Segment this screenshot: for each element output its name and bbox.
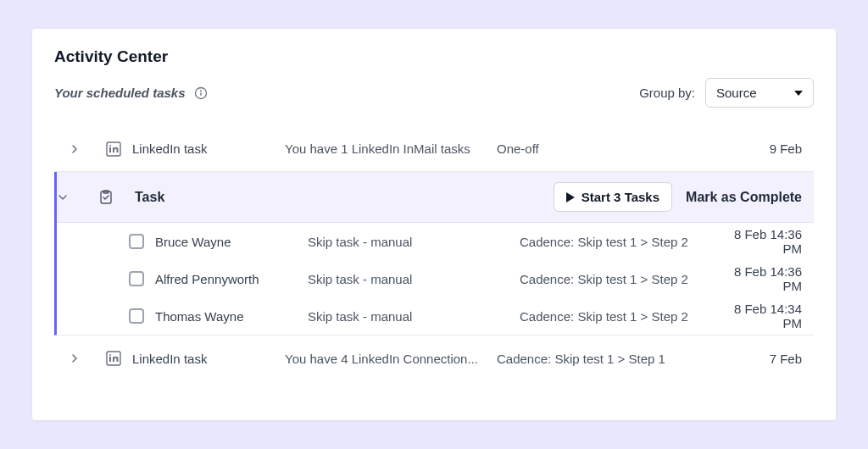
info-icon[interactable] xyxy=(194,86,208,100)
task-cadence: Cadence: Skip test 1 > Step 2 xyxy=(520,309,732,324)
chevron-right-icon[interactable] xyxy=(54,143,95,155)
svg-point-10 xyxy=(109,354,111,356)
group-row-linkedin[interactable]: LinkedIn task You have 1 LinkedIn InMail… xyxy=(54,126,814,172)
group-by-select[interactable]: Source xyxy=(705,78,814,108)
task-cadence: Cadence: Skip test 1 > Step 2 xyxy=(520,272,732,286)
svg-rect-2 xyxy=(200,92,201,96)
group-cadence: Cadence: Skip test 1 > Step 1 xyxy=(497,352,675,366)
group-label: LinkedIn task xyxy=(132,352,285,366)
task-action: Skip task - manual xyxy=(308,272,520,286)
group-date: 9 Feb xyxy=(675,141,814,156)
page-title: Activity Center xyxy=(54,47,814,66)
task-checkbox[interactable] xyxy=(129,308,144,324)
group-summary: You have 4 LinkedIn Connection... xyxy=(285,352,497,366)
group-label: Task xyxy=(135,190,287,205)
task-list: LinkedIn task You have 1 LinkedIn InMail… xyxy=(54,126,814,381)
mark-complete-button[interactable]: Mark as Complete xyxy=(686,190,802,205)
svg-point-1 xyxy=(200,90,202,91)
group-by-control: Group by: Source xyxy=(639,78,814,108)
task-name: Thomas Wayne xyxy=(155,309,308,324)
group-cadence: One-off xyxy=(497,141,675,156)
svg-point-5 xyxy=(109,145,111,147)
group-by-label: Group by: xyxy=(639,86,695,100)
play-icon xyxy=(566,192,575,202)
start-tasks-button[interactable]: Start 3 Tasks xyxy=(554,182,672,212)
svg-rect-4 xyxy=(109,147,111,152)
task-cadence: Cadence: Skip test 1 > Step 2 xyxy=(520,235,732,249)
linkedin-icon xyxy=(95,141,132,158)
start-tasks-label: Start 3 Tasks xyxy=(581,190,659,204)
group-by-selected: Source xyxy=(716,86,757,100)
task-action: Skip task - manual xyxy=(308,309,520,324)
chevron-right-icon[interactable] xyxy=(54,352,95,364)
task-action: Skip task - manual xyxy=(308,235,520,249)
subheader-row: Your scheduled tasks Group by: Source xyxy=(54,78,814,108)
task-row[interactable]: Thomas Wayne Skip task - manual Cadence:… xyxy=(57,297,814,335)
subtitle: Your scheduled tasks xyxy=(54,86,186,100)
task-row[interactable]: Bruce Wayne Skip task - manual Cadence: … xyxy=(57,223,814,260)
svg-rect-9 xyxy=(109,357,111,362)
group-row-task[interactable]: Task Start 3 Tasks Mark as Complete xyxy=(57,172,814,223)
caret-down-icon xyxy=(794,91,803,96)
group-label: LinkedIn task xyxy=(132,141,285,156)
task-name: Bruce Wayne xyxy=(155,235,308,249)
chevron-down-icon[interactable] xyxy=(57,191,97,203)
group-date: 7 Feb xyxy=(675,352,814,366)
task-checkbox[interactable] xyxy=(129,234,144,249)
group-row-linkedin[interactable]: LinkedIn task You have 4 LinkedIn Connec… xyxy=(54,335,814,381)
linkedin-icon xyxy=(95,350,132,367)
task-time: 8 Feb 14:36 PM xyxy=(732,227,814,256)
task-row[interactable]: Alfred Pennyworth Skip task - manual Cad… xyxy=(57,260,814,297)
task-name: Alfred Pennyworth xyxy=(155,272,308,286)
group-block-task: Task Start 3 Tasks Mark as Complete Br xyxy=(54,172,814,335)
task-time: 8 Feb 14:34 PM xyxy=(732,302,814,330)
group-summary: You have 1 LinkedIn InMail tasks xyxy=(285,141,497,156)
task-icon xyxy=(97,189,135,206)
task-time: 8 Feb 14:36 PM xyxy=(732,264,814,293)
activity-center-panel: Activity Center Your scheduled tasks Gro… xyxy=(32,29,836,420)
task-checkbox[interactable] xyxy=(129,271,144,286)
